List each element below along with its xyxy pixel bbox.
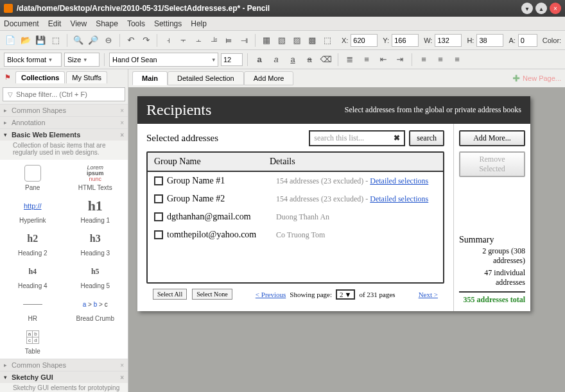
row-checkbox[interactable] (154, 194, 163, 203)
search-button[interactable]: search (409, 130, 444, 146)
previous-link[interactable]: < Previous (256, 291, 286, 298)
x-input[interactable] (351, 34, 378, 47)
zoom-reset-button[interactable]: ⊖ (102, 33, 115, 47)
close-icon[interactable]: × (120, 362, 124, 369)
align-bottom-button[interactable]: ⫣ (238, 33, 251, 47)
menu-edit[interactable]: Edit (48, 19, 62, 28)
close-icon[interactable]: × (120, 132, 124, 139)
close-icon[interactable]: × (120, 119, 124, 126)
category-list[interactable]: ▸Common Shapes× ▸Annotation× ▾Basic Web … (0, 104, 128, 392)
align-right-button[interactable]: ⫠ (193, 33, 205, 47)
canvas-viewport[interactable]: Recipients Select addresses from the glo… (128, 87, 565, 392)
app-icon (4, 4, 13, 13)
w-input[interactable] (435, 34, 462, 47)
shape-hr[interactable]: HR (3, 293, 63, 323)
category-sketchy-gui[interactable]: ▾Sketchy GUI× (0, 371, 128, 383)
shape-pane[interactable]: Pane (3, 162, 63, 192)
search-list-input[interactable]: search this list... ✖ (309, 130, 405, 146)
new-page-button[interactable]: ✚New Page... (512, 73, 561, 83)
outdent-button[interactable]: ⇤ (376, 53, 390, 67)
tab-collections[interactable]: Collections (15, 71, 65, 83)
y-input[interactable] (392, 34, 419, 47)
shape-html-texts[interactable]: LoremipsumnuncHTML Texts (65, 162, 126, 192)
shape-filter-input[interactable] (3, 87, 125, 101)
align-top-button[interactable]: ⫡ (207, 33, 220, 47)
menu-tools[interactable]: Tools (127, 19, 145, 28)
bold-button[interactable]: a (252, 53, 266, 67)
new-doc-button[interactable]: 📄 (4, 33, 17, 47)
h-input[interactable] (476, 34, 503, 47)
add-more-button[interactable]: Add More... (459, 130, 525, 146)
ol-button[interactable]: ≡ (360, 53, 374, 67)
detailed-link[interactable]: Detailed selections (370, 176, 428, 185)
italic-button[interactable]: a (269, 53, 283, 67)
detailed-link[interactable]: Detailed selections (370, 194, 428, 203)
export-button[interactable]: ⬚ (49, 33, 62, 47)
group-button[interactable]: ⬚ (321, 33, 334, 47)
category-common-shapes[interactable]: ▸Common Shapes× (0, 105, 128, 116)
text-align-center-button[interactable]: ≡ (433, 53, 448, 67)
strike-button[interactable]: a (302, 53, 317, 67)
remove-selected-button[interactable]: Remove Selected (459, 151, 525, 177)
text-align-right-button[interactable]: ≡ (450, 53, 464, 67)
page-select[interactable]: 2▼ (336, 289, 355, 300)
bring-forward-button[interactable]: ▧ (275, 33, 288, 47)
ul-button[interactable]: ≣ (343, 53, 357, 67)
font-combo[interactable]: Hand Of Sean▾ (109, 53, 218, 67)
select-all-button[interactable]: Select All (153, 289, 187, 300)
category-basic-web[interactable]: ▾Basic Web Elements× (0, 129, 128, 141)
menu-shape[interactable]: Shape (96, 19, 118, 28)
shape-h4[interactable]: h4Heading 4 (3, 260, 63, 291)
menu-view[interactable]: View (70, 19, 87, 28)
zoom-out-button[interactable]: 🔎 (87, 33, 100, 47)
open-button[interactable]: 📂 (19, 33, 32, 47)
indent-button[interactable]: ⇥ (393, 53, 407, 67)
underline-button[interactable]: a (286, 53, 300, 67)
window-maximize-button[interactable]: ▴ (535, 3, 547, 14)
page-canvas[interactable]: Recipients Select addresses from the glo… (137, 96, 530, 311)
fontsize-input[interactable] (221, 53, 243, 66)
row-checkbox[interactable] (154, 230, 163, 239)
menu-document[interactable]: Document (4, 19, 39, 28)
close-icon[interactable]: × (120, 374, 124, 381)
bring-front-button[interactable]: ▦ (260, 33, 273, 47)
menu-settings[interactable]: Settings (154, 19, 182, 28)
send-back-button[interactable]: ▩ (306, 33, 319, 47)
tab-my-stuffs[interactable]: My Stuffs (66, 71, 107, 83)
shape-h1[interactable]: h1Heading 1 (65, 195, 126, 225)
page-tab-main[interactable]: Main (132, 71, 168, 85)
undo-button[interactable]: ↶ (125, 33, 137, 47)
align-center-button[interactable]: ⫟ (177, 33, 190, 47)
size-combo[interactable]: Size▾ (64, 53, 100, 67)
zoom-in-button[interactable]: 🔍 (72, 33, 85, 47)
text-align-left-button[interactable]: ≡ (417, 53, 431, 67)
send-backward-button[interactable]: ▨ (291, 33, 304, 47)
select-none-button[interactable]: Select None (192, 289, 232, 300)
shape-h5[interactable]: h5Heading 5 (65, 260, 126, 291)
window-minimize-button[interactable]: ▾ (521, 3, 533, 14)
block-format-combo[interactable]: Block format▾ (4, 53, 62, 67)
category-common-shapes-2[interactable]: ▸Common Shapes× (0, 359, 128, 371)
save-button[interactable]: 💾 (34, 33, 47, 47)
a-input[interactable] (518, 34, 537, 47)
shape-h2[interactable]: h2Heading 2 (3, 228, 63, 258)
shape-breadcrumb[interactable]: a > b > cBread Crumb (65, 293, 126, 323)
selected-table: Group Name Details Group Name #1 154 add… (146, 151, 444, 284)
category-annotation[interactable]: ▸Annotation× (0, 117, 128, 128)
page-tab-detailed[interactable]: Detailed Selection (168, 71, 244, 85)
next-link[interactable]: Next > (419, 291, 438, 298)
shape-table[interactable]: abcdTable (3, 326, 63, 356)
menu-help[interactable]: Help (191, 19, 207, 28)
shape-hyperlink[interactable]: http://Hyperlink (3, 195, 63, 225)
row-checkbox[interactable] (154, 176, 163, 185)
row-checkbox[interactable] (154, 212, 163, 221)
clear-format-button[interactable]: ⌫ (319, 53, 333, 67)
align-middle-button[interactable]: ⫢ (223, 33, 236, 47)
redo-button[interactable]: ↷ (140, 33, 153, 47)
page-tab-addmore[interactable]: Add More (244, 71, 294, 85)
clear-icon[interactable]: ✖ (394, 133, 400, 143)
window-close-button[interactable]: × (550, 3, 561, 14)
close-icon[interactable]: × (120, 107, 124, 114)
shape-h3[interactable]: h3Heading 3 (65, 228, 126, 258)
align-left-button[interactable]: ⫞ (162, 33, 175, 47)
